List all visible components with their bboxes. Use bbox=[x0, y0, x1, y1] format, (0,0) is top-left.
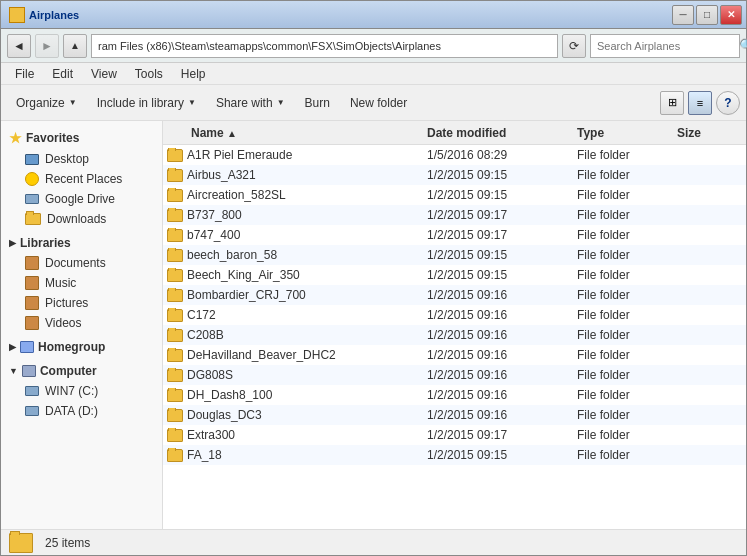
sidebar-libraries-header[interactable]: ▶ Libraries bbox=[1, 233, 162, 253]
table-row[interactable]: FA_18 1/2/2015 09:15 File folder bbox=[163, 445, 746, 465]
downloads-folder-icon bbox=[25, 213, 41, 225]
file-date-cell: 1/2/2015 09:15 bbox=[427, 168, 577, 182]
sidebar-item-music[interactable]: Music bbox=[1, 273, 162, 293]
col-header-size[interactable]: Size bbox=[677, 126, 742, 140]
table-row[interactable]: Aircreation_582SL 1/2/2015 09:15 File fo… bbox=[163, 185, 746, 205]
organize-button[interactable]: Organize ▼ bbox=[7, 89, 86, 117]
sidebar-item-datad[interactable]: DATA (D:) bbox=[1, 401, 162, 421]
table-row[interactable]: C172 1/2/2015 09:16 File folder bbox=[163, 305, 746, 325]
main-content: ★ Favorites Desktop Recent Places Google… bbox=[1, 121, 746, 529]
table-row[interactable]: DG808S 1/2/2015 09:16 File folder bbox=[163, 365, 746, 385]
sidebar-item-desktop[interactable]: Desktop bbox=[1, 149, 162, 169]
sidebar-item-videos[interactable]: Videos bbox=[1, 313, 162, 333]
file-name-cell: Extra300 bbox=[167, 428, 427, 442]
sidebar-music-label: Music bbox=[45, 276, 76, 290]
burn-button[interactable]: Burn bbox=[296, 89, 339, 117]
include-library-button[interactable]: Include in library ▼ bbox=[88, 89, 205, 117]
file-type-cell: File folder bbox=[577, 188, 677, 202]
folder-icon bbox=[167, 229, 183, 242]
table-row[interactable]: B737_800 1/2/2015 09:17 File folder bbox=[163, 205, 746, 225]
sidebar-item-pictures[interactable]: Pictures bbox=[1, 293, 162, 313]
sidebar-item-documents[interactable]: Documents bbox=[1, 253, 162, 273]
file-name-cell: C208B bbox=[167, 328, 427, 342]
help-button[interactable]: ? bbox=[716, 91, 740, 115]
folder-icon bbox=[167, 409, 183, 422]
table-row[interactable]: DH_Dash8_100 1/2/2015 09:16 File folder bbox=[163, 385, 746, 405]
include-chevron: ▼ bbox=[188, 98, 196, 107]
file-name-cell: Bombardier_CRJ_700 bbox=[167, 288, 427, 302]
col-header-name[interactable]: Name ▲ bbox=[167, 126, 427, 140]
window-title: Airplanes bbox=[29, 9, 79, 21]
sidebar-googledrive-label: Google Drive bbox=[45, 192, 115, 206]
file-name-cell: b747_400 bbox=[167, 228, 427, 242]
col-header-type[interactable]: Type bbox=[577, 126, 677, 140]
forward-button[interactable]: ► bbox=[35, 34, 59, 58]
folder-icon bbox=[167, 189, 183, 202]
menu-file[interactable]: File bbox=[7, 65, 42, 83]
refresh-button[interactable]: ⟳ bbox=[562, 34, 586, 58]
table-row[interactable]: A1R Piel Emeraude 1/5/2016 08:29 File fo… bbox=[163, 145, 746, 165]
share-with-button[interactable]: Share with ▼ bbox=[207, 89, 294, 117]
file-name-cell: B737_800 bbox=[167, 208, 427, 222]
table-row[interactable]: Airbus_A321 1/2/2015 09:15 File folder bbox=[163, 165, 746, 185]
file-name-cell: DG808S bbox=[167, 368, 427, 382]
table-row[interactable]: beech_baron_58 1/2/2015 09:15 File folde… bbox=[163, 245, 746, 265]
file-type-cell: File folder bbox=[577, 288, 677, 302]
minimize-button[interactable]: ─ bbox=[672, 5, 694, 25]
back-button[interactable]: ◄ bbox=[7, 34, 31, 58]
search-input[interactable] bbox=[597, 40, 735, 52]
sidebar-computer-header[interactable]: ▼ Computer bbox=[1, 361, 162, 381]
file-date-cell: 1/2/2015 09:16 bbox=[427, 368, 577, 382]
table-row[interactable]: C208B 1/2/2015 09:16 File folder bbox=[163, 325, 746, 345]
file-date-cell: 1/2/2015 09:16 bbox=[427, 288, 577, 302]
up-button[interactable]: ▲ bbox=[63, 34, 87, 58]
sidebar-recent-label: Recent Places bbox=[45, 172, 122, 186]
menu-view[interactable]: View bbox=[83, 65, 125, 83]
view-details-button[interactable]: ⊞ bbox=[660, 91, 684, 115]
col-header-date[interactable]: Date modified bbox=[427, 126, 577, 140]
address-bar: ◄ ► ▲ ⟳ 🔍 bbox=[1, 29, 746, 63]
menu-tools[interactable]: Tools bbox=[127, 65, 171, 83]
folder-icon bbox=[167, 249, 183, 262]
sidebar-item-google-drive[interactable]: Google Drive bbox=[1, 189, 162, 209]
file-name-cell: Airbus_A321 bbox=[167, 168, 427, 182]
address-input[interactable] bbox=[91, 34, 558, 58]
file-date-cell: 1/2/2015 09:17 bbox=[427, 208, 577, 222]
view-list-button[interactable]: ≡ bbox=[688, 91, 712, 115]
file-area: Name ▲ Date modified Type Size A1R Piel … bbox=[163, 121, 746, 529]
sidebar-win7c-label: WIN7 (C:) bbox=[45, 384, 98, 398]
maximize-button[interactable]: □ bbox=[696, 5, 718, 25]
table-row[interactable]: DeHavilland_Beaver_DHC2 1/2/2015 09:16 F… bbox=[163, 345, 746, 365]
table-row[interactable]: b747_400 1/2/2015 09:17 File folder bbox=[163, 225, 746, 245]
file-type-cell: File folder bbox=[577, 408, 677, 422]
sidebar-item-recent-places[interactable]: Recent Places bbox=[1, 169, 162, 189]
sidebar-item-win7c[interactable]: WIN7 (C:) bbox=[1, 381, 162, 401]
file-date-cell: 1/5/2016 08:29 bbox=[427, 148, 577, 162]
menu-help[interactable]: Help bbox=[173, 65, 214, 83]
item-count: 25 items bbox=[45, 536, 90, 550]
new-folder-button[interactable]: New folder bbox=[341, 89, 416, 117]
sidebar-pictures-label: Pictures bbox=[45, 296, 88, 310]
sidebar-datad-label: DATA (D:) bbox=[45, 404, 98, 418]
table-row[interactable]: Beech_King_Air_350 1/2/2015 09:15 File f… bbox=[163, 265, 746, 285]
folder-icon bbox=[167, 349, 183, 362]
search-icon: 🔍 bbox=[739, 38, 747, 53]
table-row[interactable]: Extra300 1/2/2015 09:17 File folder bbox=[163, 425, 746, 445]
file-name-cell: Aircreation_582SL bbox=[167, 188, 427, 202]
table-row[interactable]: Douglas_DC3 1/2/2015 09:16 File folder bbox=[163, 405, 746, 425]
menu-edit[interactable]: Edit bbox=[44, 65, 81, 83]
google-drive-icon bbox=[25, 194, 39, 204]
sidebar-homegroup-header[interactable]: ▶ Homegroup bbox=[1, 337, 162, 357]
computer-expand-icon: ▼ bbox=[9, 366, 18, 376]
homegroup-expand-icon: ▶ bbox=[9, 342, 16, 352]
table-row[interactable]: Bombardier_CRJ_700 1/2/2015 09:16 File f… bbox=[163, 285, 746, 305]
favorites-star-icon: ★ bbox=[9, 130, 22, 146]
new-folder-label: New folder bbox=[350, 96, 407, 110]
file-type-cell: File folder bbox=[577, 328, 677, 342]
file-date-cell: 1/2/2015 09:15 bbox=[427, 188, 577, 202]
file-type-cell: File folder bbox=[577, 148, 677, 162]
sidebar-favorites-header[interactable]: ★ Favorites bbox=[1, 127, 162, 149]
close-button[interactable]: ✕ bbox=[720, 5, 742, 25]
sidebar-item-downloads[interactable]: Downloads bbox=[1, 209, 162, 229]
window-controls: ─ □ ✕ bbox=[672, 5, 742, 25]
